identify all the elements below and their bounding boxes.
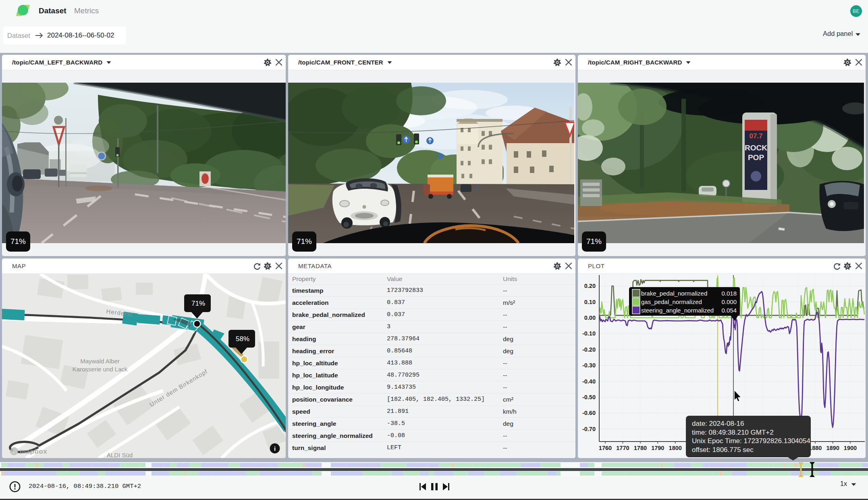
- svg-text:1790: 1790: [651, 445, 664, 451]
- svg-text:0.20: 0.20: [584, 283, 596, 289]
- svg-text:i: i: [274, 445, 276, 452]
- svg-text:71%: 71%: [191, 300, 205, 307]
- svg-text:58%: 58%: [236, 335, 249, 343]
- svg-text:-0.10: -0.10: [582, 330, 596, 337]
- svg-text:0.018: 0.018: [721, 290, 737, 297]
- svg-text:07.7: 07.7: [749, 132, 762, 140]
- svg-text:-0.20: -0.20: [582, 346, 596, 353]
- svg-text:0.00: 0.00: [584, 315, 596, 321]
- svg-text:Maywald Alber: Maywald Alber: [80, 358, 120, 365]
- svg-text:ROCK: ROCK: [745, 144, 767, 152]
- svg-text:mapbox: mapbox: [20, 448, 47, 455]
- svg-text:ALDI Süd: ALDI Süd: [107, 452, 133, 458]
- svg-text:0.000: 0.000: [721, 298, 737, 305]
- svg-text:brake_pedal_normalized: brake_pedal_normalized: [641, 290, 707, 297]
- svg-text:-0.50: -0.50: [582, 394, 596, 400]
- svg-text:-0.60: -0.60: [582, 410, 596, 416]
- svg-text:1800: 1800: [669, 445, 682, 451]
- svg-text:0.10: 0.10: [584, 299, 596, 305]
- svg-text:m: m: [12, 448, 17, 454]
- svg-text:0.054: 0.054: [721, 307, 737, 314]
- svg-text:-0.40: -0.40: [582, 378, 596, 385]
- svg-text:1900: 1900: [844, 445, 857, 451]
- svg-text:1890: 1890: [826, 445, 839, 451]
- svg-text:-0.70: -0.70: [582, 426, 596, 432]
- svg-text:1770: 1770: [616, 445, 629, 451]
- svg-text:POP: POP: [748, 153, 764, 162]
- svg-text:steering_angle_normalized: steering_angle_normalized: [641, 307, 714, 314]
- svg-text:Karosserie und Lack: Karosserie und Lack: [73, 366, 128, 373]
- svg-text:gas_pedal_normalized: gas_pedal_normalized: [641, 298, 702, 305]
- svg-text:-0.30: -0.30: [582, 362, 596, 369]
- svg-text:1760: 1760: [599, 445, 612, 451]
- svg-text:1780: 1780: [634, 445, 647, 451]
